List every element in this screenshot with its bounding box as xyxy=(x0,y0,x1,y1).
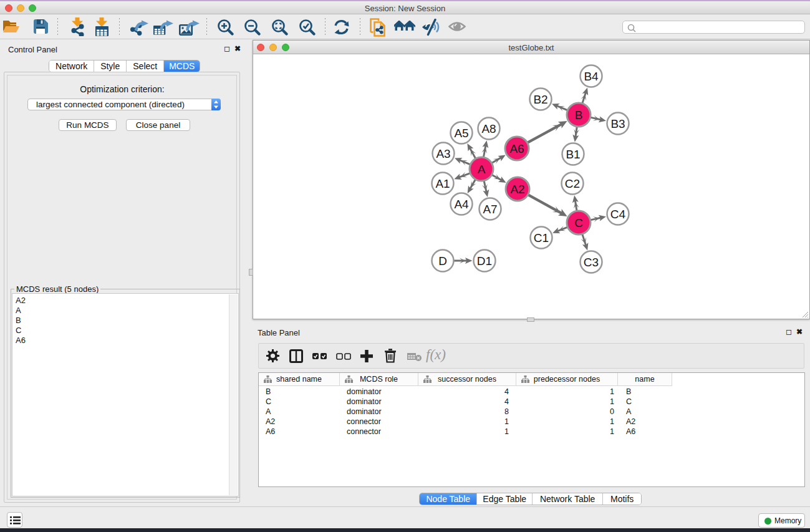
svg-text:B3: B3 xyxy=(610,117,625,130)
svg-text:C4: C4 xyxy=(610,208,626,221)
svg-text:C2: C2 xyxy=(565,177,580,190)
svg-text:C: C xyxy=(574,216,583,230)
svg-text:A5: A5 xyxy=(454,127,468,140)
svg-text:B: B xyxy=(575,109,583,122)
svg-text:A6: A6 xyxy=(509,142,524,155)
svg-text:C3: C3 xyxy=(584,256,599,269)
svg-text:D: D xyxy=(438,254,447,268)
svg-text:B4: B4 xyxy=(584,70,599,83)
svg-text:A7: A7 xyxy=(483,203,497,216)
svg-text:A3: A3 xyxy=(436,147,450,160)
svg-text:A: A xyxy=(478,163,486,176)
svg-text:D1: D1 xyxy=(477,254,492,268)
svg-text:A2: A2 xyxy=(510,183,524,196)
svg-text:B2: B2 xyxy=(533,93,547,106)
svg-text:A4: A4 xyxy=(454,198,469,211)
svg-text:B1: B1 xyxy=(566,148,580,161)
svg-text:A8: A8 xyxy=(481,122,496,135)
svg-text:C1: C1 xyxy=(534,231,549,244)
svg-text:A1: A1 xyxy=(435,177,450,190)
